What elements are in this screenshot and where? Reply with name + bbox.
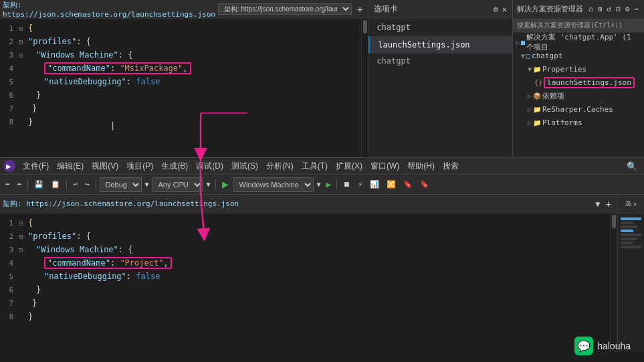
tree-dependencies[interactable]: ▷ 📦 依赖项	[513, 89, 644, 102]
toolbar-misc-1[interactable]: ⏹	[340, 179, 353, 190]
debug-config-select[interactable]: Debug	[100, 177, 142, 192]
mini-line-2	[621, 221, 633, 224]
tab-chatgpt-1[interactable]: chatgpt	[368, 19, 512, 36]
mini-close-btn[interactable]: ✕	[633, 201, 637, 207]
bottom-editor-tab-bar: 架构: https://json.schemastore.org/launchs…	[0, 195, 617, 213]
json-file-icon: {}	[534, 79, 542, 86]
run-target-dropdown[interactable]: ▼	[316, 181, 322, 188]
bottom-section: 架构: https://json.schemastore.org/launchs…	[0, 195, 644, 352]
toolbar-back[interactable]: ⬅	[3, 179, 13, 190]
toolbar-misc-5[interactable]: 🔖	[401, 179, 415, 190]
b-code-line-5: 5 "nativeDebugging": false	[0, 270, 617, 283]
toolbar-undo[interactable]: ↩	[70, 179, 80, 190]
b-code-line-2: 2 ⊟ "profiles": {	[0, 230, 617, 243]
menu-window[interactable]: 窗口(W)	[366, 159, 403, 173]
code-line-4-highlight: 4 "commandName": "MsixPackage",	[0, 62, 368, 75]
menu-file[interactable]: 文件(F)	[19, 159, 53, 173]
tabs-close-btn[interactable]: ✕	[502, 5, 507, 14]
code-line-3: 3 ⊟ "Windows Machine": {	[0, 48, 368, 62]
tree-resharper[interactable]: ▷ 📁 ReSharper.Caches	[513, 102, 644, 116]
toolbar-misc-2[interactable]: ⚡	[355, 179, 365, 190]
solution-more-btn[interactable]: ⋯	[633, 4, 640, 14]
add-tab-btn-top[interactable]: +	[354, 4, 365, 15]
solution-search-btn[interactable]: ⊞	[597, 4, 604, 14]
gear-icon[interactable]: ⚙	[494, 5, 498, 14]
tree-arrow-solution: ▷	[516, 39, 520, 46]
watermark-text: halouha	[597, 341, 631, 351]
mini-line-1	[621, 217, 641, 220]
menu-edit[interactable]: 编辑(E)	[53, 159, 88, 173]
search-icon[interactable]: 🔍	[627, 161, 641, 171]
code-line-6: 6 }	[0, 88, 368, 102]
add-tab-btn-bottom[interactable]: +	[603, 199, 614, 209]
tabs-panel: 选项卡 ⚙ ✕ chatgpt launchSettings.json chat…	[368, 0, 513, 157]
schema-select-top[interactable]: 架构: https://json.schemastore.org/launchs…	[218, 3, 352, 15]
b-code-line-6: 6 }	[0, 283, 617, 296]
toolbar-misc-4[interactable]: 🔀	[384, 179, 399, 190]
solution-collapse-btn[interactable]: ⊟	[615, 4, 622, 14]
tree-launchsettings[interactable]: {} launchSettings.json	[513, 76, 644, 89]
schema-url-top: 架构: https://json.schemastore.org/launchs…	[3, 0, 215, 19]
run-button[interactable]: ▶	[219, 178, 231, 191]
resharper-icon: 📁	[533, 106, 541, 113]
menu-test[interactable]: 测试(S)	[227, 159, 262, 173]
solution-search-text: 搜索解决方案资源管理器(Ctrl+;)	[517, 21, 640, 30]
tree-solution[interactable]: ▷ ■ 解决方案 'chatgpt.App' (1 个项目	[513, 35, 644, 49]
toolbar-misc-3[interactable]: 📊	[367, 179, 382, 190]
toolbar-forward[interactable]: ➡	[15, 179, 25, 190]
run-target-select[interactable]: Windows Machine	[233, 177, 314, 192]
platform-select[interactable]: Any CPU	[152, 177, 203, 192]
tree-platforms[interactable]: ▷ 📁 Platforms	[513, 116, 644, 129]
solution-title: 解决方案资源管理器	[517, 4, 584, 14]
toolbar: ⬅ ➡ 💾 📋 ↩ ↪ Debug ▼ Any CPU ▼ ▶ Windows …	[0, 175, 644, 195]
solution-explorer-panel: 解决方案资源管理器 ⌂ ⊞ ↺ ⊟ ⚙ ⋯ 搜索解决方案资源管理器(Ctrl+;…	[513, 0, 644, 157]
menu-analyze[interactable]: 分析(N)	[262, 159, 298, 173]
tree-properties[interactable]: ▼ 📁 Properties	[513, 62, 644, 76]
toolbar-misc-6[interactable]: 🔖	[417, 179, 432, 190]
code-line-5: 5 "nativeDebugging": false	[0, 75, 368, 88]
toolbar-redo[interactable]: ↪	[82, 179, 92, 190]
properties-label: Properties	[542, 65, 586, 74]
mini-line-7	[621, 242, 633, 244]
menu-tools[interactable]: 工具(T)	[298, 159, 332, 173]
solution-label: 解决方案 'chatgpt.App' (1 个项目	[526, 33, 641, 52]
menu-search[interactable]: 搜索	[439, 159, 463, 173]
toolbar-sep-1	[27, 179, 28, 190]
solution-search-bar: 搜索解决方案资源管理器(Ctrl+;)	[513, 19, 644, 33]
menu-project[interactable]: 项目(P)	[122, 159, 157, 173]
vs-logo: ▶	[3, 159, 16, 173]
solution-refresh-btn[interactable]: ↺	[606, 4, 613, 14]
solution-settings-btn[interactable]: ⚙	[624, 4, 631, 14]
menu-extensions[interactable]: 扩展(X)	[332, 159, 366, 173]
menu-debug[interactable]: 调试(D)	[192, 159, 227, 173]
b-code-line-1: 1 ⊟ {	[0, 216, 617, 230]
solution-home-btn[interactable]: ⌂	[587, 4, 595, 14]
b-code-line-4-highlight: 4 "commandName": "Project",	[0, 256, 617, 270]
toolbar-sep-5	[336, 179, 337, 190]
toolbar-save-all[interactable]: 📋	[48, 179, 63, 190]
bottom-editor-panel: 架构: https://json.schemastore.org/launchs…	[0, 195, 617, 352]
menu-build[interactable]: 生成(B)	[157, 159, 192, 173]
mini-line-3	[621, 225, 637, 228]
continue-btn[interactable]: ▶	[324, 179, 334, 189]
deps-icon: 📦	[533, 92, 541, 100]
resharper-label: ReSharper.Caches	[542, 105, 613, 114]
bottom-tab-label: 选	[625, 199, 631, 208]
toolbar-sep-4	[215, 179, 216, 190]
menu-view[interactable]: 视图(V)	[88, 159, 122, 173]
config-dropdown-arrow[interactable]: ▼	[144, 181, 150, 188]
bottom-tab-dropdown[interactable]: ▼	[595, 199, 600, 209]
solution-tree: ▷ ■ 解决方案 'chatgpt.App' (1 个项目 ▼ □ chatgp…	[513, 33, 644, 157]
code-line-1: 1 ⊟ {	[0, 21, 368, 35]
code-line-2: 2 ⊟ "profiles": {	[0, 35, 368, 48]
tab-launchsettings[interactable]: launchSettings.json	[368, 36, 512, 54]
tree-arrow-platforms: ▷	[528, 119, 532, 126]
menu-help[interactable]: 帮助(H)	[403, 159, 439, 173]
mini-line-6	[621, 238, 637, 240]
toolbar-save[interactable]: 💾	[31, 179, 46, 190]
schema-url-bottom: 架构: https://json.schemastore.org/launchs…	[3, 199, 593, 209]
tab-chatgpt-2[interactable]: chatgpt	[368, 54, 512, 68]
mini-right-header: 选 ✕	[618, 195, 644, 213]
platform-dropdown-arrow[interactable]: ▼	[205, 181, 212, 188]
mini-line-8	[621, 246, 641, 248]
